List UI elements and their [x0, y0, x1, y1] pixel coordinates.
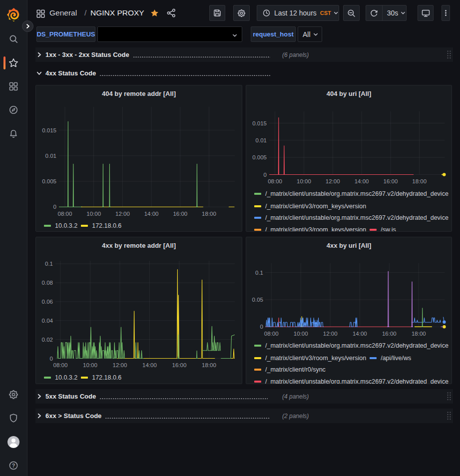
- svg-text:18:00: 18:00: [412, 178, 427, 184]
- svg-text:10:00: 10:00: [86, 211, 101, 217]
- svg-text:10:00: 10:00: [297, 178, 311, 184]
- svg-text:0.04: 0.04: [42, 318, 53, 324]
- svg-text:14:00: 14:00: [355, 178, 369, 184]
- svg-text:12:00: 12:00: [323, 331, 338, 337]
- svg-text:08:00: 08:00: [53, 362, 68, 368]
- svg-text:12:00: 12:00: [326, 178, 340, 184]
- svg-text:14:00: 14:00: [144, 211, 159, 217]
- svg-text:0: 0: [50, 356, 53, 362]
- svg-text:0: 0: [53, 204, 56, 210]
- svg-text:14:00: 14:00: [142, 362, 157, 368]
- svg-text:08:00: 08:00: [268, 178, 282, 184]
- svg-text:0.01: 0.01: [45, 153, 56, 159]
- svg-text:0.06: 0.06: [42, 299, 53, 305]
- svg-text:0.005: 0.005: [42, 178, 56, 184]
- svg-text:18:00: 18:00: [412, 331, 426, 337]
- svg-text:14:00: 14:00: [353, 331, 367, 337]
- svg-text:0.1: 0.1: [255, 270, 263, 276]
- svg-text:0.005: 0.005: [252, 154, 267, 160]
- svg-text:0: 0: [260, 324, 263, 330]
- svg-text:16:00: 16:00: [172, 362, 187, 368]
- svg-text:0.015: 0.015: [252, 120, 267, 126]
- svg-text:16:00: 16:00: [384, 178, 398, 184]
- svg-text:18:00: 18:00: [202, 211, 216, 217]
- svg-text:12:00: 12:00: [115, 211, 130, 217]
- svg-text:0: 0: [264, 172, 267, 178]
- svg-text:0.02: 0.02: [42, 337, 53, 343]
- svg-text:?: ?: [12, 463, 15, 469]
- svg-text:0.01: 0.01: [256, 137, 267, 143]
- svg-text:10:00: 10:00: [83, 362, 97, 368]
- svg-text:08:00: 08:00: [58, 211, 72, 217]
- svg-text:12:00: 12:00: [113, 362, 127, 368]
- svg-text:18:00: 18:00: [202, 362, 216, 368]
- svg-text:16:00: 16:00: [382, 331, 397, 337]
- svg-text:16:00: 16:00: [173, 211, 187, 217]
- svg-text:10:00: 10:00: [294, 331, 308, 337]
- svg-text:0.1: 0.1: [45, 261, 53, 267]
- svg-text:0.05: 0.05: [252, 297, 263, 303]
- svg-text:08:00: 08:00: [264, 331, 279, 337]
- svg-text:0.08: 0.08: [42, 280, 53, 286]
- svg-text:0.015: 0.015: [42, 127, 56, 133]
